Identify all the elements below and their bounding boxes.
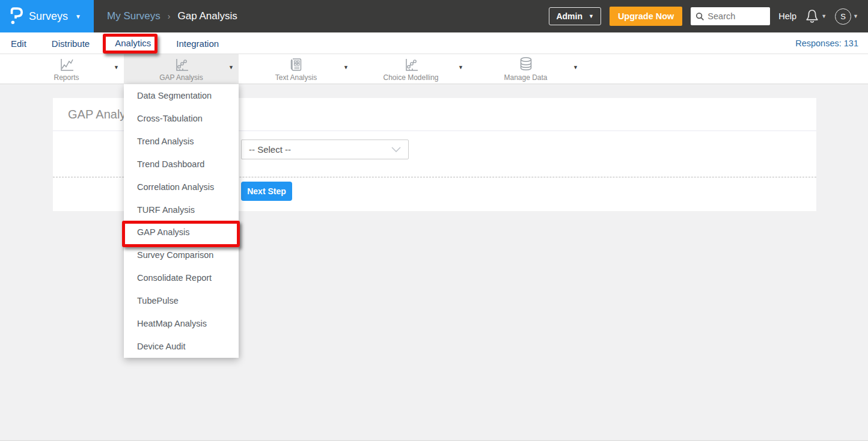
menu-item-trend-dashboard[interactable]: Trend Dashboard — [124, 153, 239, 176]
search-input[interactable] — [708, 11, 768, 21]
toolbar-item-label: Reports — [53, 73, 79, 82]
toolbar-item-label: Text Analysis — [275, 73, 317, 82]
toolbar-item-choice-modelling[interactable]: Choice Modelling ▼ — [353, 54, 468, 84]
toolbar-item-label: Manage Data — [504, 73, 547, 82]
search-box[interactable] — [691, 7, 770, 25]
admin-label: Admin — [556, 11, 582, 21]
scatter-chart-icon — [174, 57, 189, 72]
chevron-down-icon: ▼ — [821, 13, 827, 19]
breadcrumb-my-surveys[interactable]: My Surveys — [107, 10, 160, 22]
chevron-down-icon[interactable]: ▼ — [573, 64, 578, 70]
brand-label: Surveys — [29, 10, 68, 23]
scatter-chart-icon — [403, 57, 419, 72]
bell-icon — [805, 8, 819, 24]
toolbar-item-gap-analysis[interactable]: GAP Analysis ▼ — [124, 54, 239, 84]
tab-integration[interactable]: Integration — [176, 34, 219, 52]
menu-item-data-segmentation[interactable]: Data Segmentation — [124, 84, 239, 107]
tab-edit[interactable]: Edit — [11, 34, 26, 52]
breadcrumb-separator: › — [168, 11, 171, 21]
menu-item-gap-analysis[interactable]: GAP Analysis — [124, 221, 239, 244]
breadcrumb: My Surveys › Gap Analysis — [107, 10, 237, 22]
responses-count: Responses: 131 — [795, 38, 858, 48]
survey-tab-bar: Edit Distribute Analytics Integration Re… — [0, 32, 868, 54]
topbar-right-cluster: Admin ▼ Upgrade Now Help ▼ S ▼ — [549, 7, 868, 26]
help-link[interactable]: Help — [778, 11, 796, 21]
next-step-button[interactable]: Next Step — [241, 182, 292, 201]
menu-item-tubepulse[interactable]: TubePulse — [124, 289, 239, 312]
toolbar-item-text-analysis[interactable]: Text Analysis ▼ — [239, 54, 353, 84]
menu-item-consolidate-report[interactable]: Consolidate Report — [124, 266, 239, 289]
tab-distribute[interactable]: Distribute — [52, 34, 90, 52]
chevron-down-icon[interactable]: ▼ — [343, 64, 349, 70]
notifications-menu[interactable]: ▼ — [805, 8, 827, 24]
account-menu[interactable]: S ▼ — [835, 8, 858, 25]
upgrade-now-button[interactable]: Upgrade Now — [610, 7, 682, 26]
gap-analysis-dropdown-menu: Data Segmentation Cross-Tabulation Trend… — [124, 84, 239, 358]
chevron-down-icon[interactable]: ▼ — [458, 64, 463, 70]
toolbar-item-manage-data[interactable]: Manage Data ▼ — [468, 54, 583, 84]
menu-item-correlation-analysis[interactable]: Correlation Analysis — [124, 176, 239, 198]
menu-item-heatmap-analysis[interactable]: HeatMap Analysis — [124, 312, 239, 335]
toolbar-item-reports[interactable]: Reports ▼ — [9, 54, 124, 84]
brand-surveys-menu[interactable]: Surveys ▼ — [0, 0, 94, 32]
chevron-down-icon[interactable]: ▼ — [114, 64, 119, 70]
chevron-down-icon: ▼ — [588, 13, 594, 19]
database-icon — [518, 57, 534, 72]
tab-analytics[interactable]: Analytics — [115, 34, 151, 52]
chevron-down-icon[interactable]: ▼ — [228, 64, 234, 70]
question-select[interactable]: -- Select -- — [241, 140, 409, 159]
search-icon — [695, 12, 704, 21]
chevron-down-icon — [391, 147, 401, 153]
top-bar: Surveys ▼ My Surveys › Gap Analysis Admi… — [0, 0, 868, 32]
avatar: S — [835, 8, 851, 25]
menu-item-cross-tabulation[interactable]: Cross-Tabulation — [124, 107, 239, 130]
line-chart-icon — [59, 57, 75, 72]
menu-item-turf-analysis[interactable]: TURF Analysis — [124, 198, 239, 221]
toolbar-item-label: GAP Analysis — [159, 73, 203, 82]
document-icon — [289, 57, 304, 72]
toolbar-item-label: Choice Modelling — [383, 73, 438, 82]
analytics-toolbar: Reports ▼ GAP Analysis ▼ — [0, 54, 868, 84]
chevron-down-icon: ▼ — [75, 13, 81, 20]
menu-item-trend-analysis[interactable]: Trend Analysis — [124, 130, 239, 153]
breadcrumb-current: Gap Analysis — [177, 10, 237, 22]
menu-item-device-audit[interactable]: Device Audit — [124, 335, 239, 358]
menu-item-survey-comparison[interactable]: Survey Comparison — [124, 244, 239, 266]
questionpro-logo-icon — [8, 7, 23, 26]
select-value: -- Select -- — [249, 144, 291, 155]
admin-dropdown-button[interactable]: Admin ▼ — [549, 7, 601, 25]
chevron-down-icon: ▼ — [853, 13, 858, 19]
